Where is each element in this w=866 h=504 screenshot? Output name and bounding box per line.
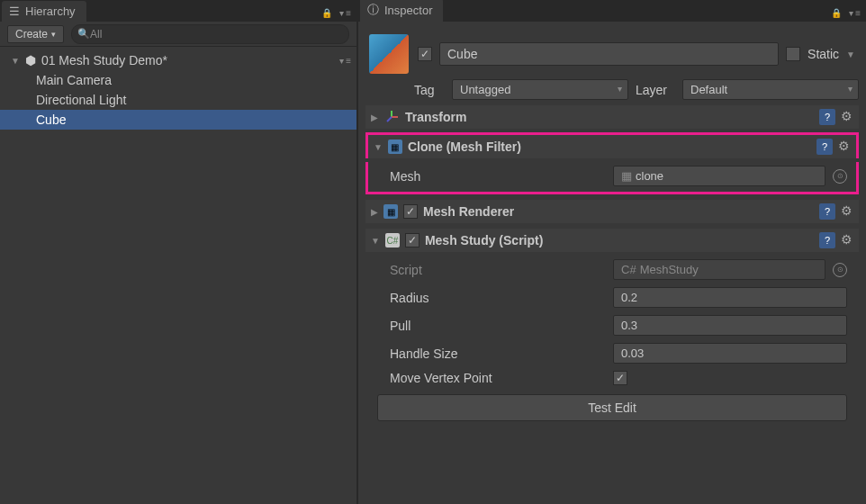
script-file-icon: C# <box>621 263 636 276</box>
gameobject-header: Cube Static ▼ <box>365 29 859 76</box>
dropdown-arrow-icon: ▾ <box>51 30 56 39</box>
mesh-study-properties: Script C# MeshStudy ⊙ Radius 0.2 Pull 0.… <box>365 256 859 431</box>
hierarchy-tab-bar: ☰ Hierarchy ▾≡ <box>0 0 356 22</box>
help-icon[interactable]: ? <box>816 139 833 155</box>
search-input[interactable]: 🔍 All <box>71 24 349 44</box>
expand-arrow-icon[interactable]: ▶ <box>371 112 378 122</box>
tree-item-label: Directional Light <box>36 93 126 107</box>
scene-row[interactable]: ▼ ⬢ 01 Mesh Study Demo* ▾≡ <box>0 50 356 70</box>
handle-size-input[interactable]: 0.03 <box>613 343 847 364</box>
help-icon[interactable]: ? <box>819 109 835 125</box>
tag-dropdown[interactable]: Untagged <box>452 79 628 100</box>
move-vertex-property-row: Move Vertex Point <box>368 367 856 389</box>
script-icon: C# <box>385 233 400 248</box>
inspector-tab[interactable]: ⓘ Inspector <box>360 0 443 22</box>
hierarchy-tab[interactable]: ☰ Hierarchy <box>2 1 86 22</box>
mesh-renderer-enabled-checkbox[interactable] <box>403 204 418 219</box>
static-dropdown-arrow-icon[interactable]: ▼ <box>846 50 855 59</box>
inspector-body: Cube Static ▼ Tag Untagged Layer Default… <box>358 22 866 438</box>
tree-item-label: Cube <box>36 112 66 127</box>
handle-size-property-row: Handle Size 0.03 <box>368 339 856 367</box>
script-object-field: C# MeshStudy <box>613 259 825 280</box>
gameobject-name-input[interactable]: Cube <box>439 42 779 66</box>
test-edit-button[interactable]: Test Edit <box>377 394 847 421</box>
help-icon[interactable]: ? <box>819 232 835 248</box>
panel-menu-icon[interactable]: ▾≡ <box>339 8 351 18</box>
tree-item-cube[interactable]: Cube <box>0 110 356 130</box>
svg-line-2 <box>387 117 392 122</box>
component-name: Clone (Mesh Filter) <box>408 140 811 154</box>
hierarchy-toolbar: Create ▾ 🔍 All <box>0 22 356 47</box>
gear-icon[interactable] <box>839 203 853 218</box>
handle-size-label: Handle Size <box>390 346 606 361</box>
mesh-property-row: Mesh ▦ clone ⊙ <box>368 162 856 190</box>
component-header-transform[interactable]: ▶ Transform ? <box>365 105 859 129</box>
mesh-type-icon: ▦ <box>621 169 632 183</box>
expand-arrow-icon[interactable]: ▼ <box>371 236 380 246</box>
lock-icon[interactable] <box>320 5 334 20</box>
layer-dropdown[interactable]: Default <box>682 79 859 100</box>
gameobject-icon[interactable] <box>369 34 409 74</box>
pull-input[interactable]: 0.3 <box>613 315 847 336</box>
tag-layer-row: Tag Untagged Layer Default <box>365 79 859 100</box>
mesh-filter-properties: Mesh ▦ clone ⊙ <box>365 162 859 194</box>
radius-input[interactable]: 0.2 <box>613 287 847 308</box>
unity-logo-icon: ⬢ <box>25 53 36 68</box>
component-name: Mesh Study (Script) <box>425 233 814 248</box>
hierarchy-tree: ▼ ⬢ 01 Mesh Study Demo* ▾≡ Main Camera D… <box>0 47 356 504</box>
search-icon: 🔍 <box>77 28 90 40</box>
mesh-object-field[interactable]: ▦ clone <box>613 166 825 186</box>
radius-property-row: Radius 0.2 <box>368 284 856 311</box>
object-picker-icon[interactable]: ⊙ <box>833 169 847 184</box>
object-picker-icon[interactable]: ⊙ <box>833 263 847 277</box>
move-vertex-label: Move Vertex Point <box>390 371 606 385</box>
component-header-mesh-filter[interactable]: ▼ ▦ Clone (Mesh Filter) ? <box>365 132 859 158</box>
component-name: Mesh Renderer <box>423 204 814 219</box>
inspector-tab-icon: ⓘ <box>367 2 379 18</box>
pull-property-row: Pull 0.3 <box>368 311 856 339</box>
script-value: MeshStudy <box>640 263 699 276</box>
panel-menu-icon[interactable]: ▾≡ <box>849 8 861 18</box>
inspector-panel: ⓘ Inspector ▾≡ Cube Static ▼ Tag Unt <box>358 0 866 504</box>
component-header-mesh-renderer[interactable]: ▶ ▦ Mesh Renderer ? <box>365 200 859 223</box>
lock-icon[interactable] <box>829 5 843 20</box>
mesh-label: Mesh <box>390 169 606 184</box>
active-checkbox[interactable] <box>418 47 432 61</box>
script-enabled-checkbox[interactable] <box>405 233 419 248</box>
static-checkbox[interactable] <box>786 47 800 61</box>
script-property-row: Script C# MeshStudy ⊙ <box>368 256 856 284</box>
gear-icon[interactable] <box>839 232 853 247</box>
layer-label: Layer <box>636 83 675 97</box>
scene-name: 01 Mesh Study Demo* <box>41 53 167 68</box>
create-label: Create <box>15 28 48 40</box>
tag-label: Tag <box>414 83 445 97</box>
static-label: Static <box>807 47 839 61</box>
search-placeholder: All <box>90 28 102 40</box>
expand-arrow-icon[interactable]: ▶ <box>371 207 378 217</box>
tree-item-main-camera[interactable]: Main Camera <box>0 70 356 90</box>
hierarchy-tab-icon: ☰ <box>9 4 20 18</box>
pull-label: Pull <box>390 319 606 333</box>
tree-item-directional-light[interactable]: Directional Light <box>0 90 356 110</box>
gear-icon[interactable] <box>836 139 851 153</box>
mesh-value: clone <box>636 169 663 183</box>
hierarchy-panel: ☰ Hierarchy ▾≡ Create ▾ 🔍 All ▼ ⬢ 01 Mes… <box>0 0 358 504</box>
gear-icon[interactable] <box>839 109 853 123</box>
component-name: Transform <box>405 110 814 124</box>
radius-label: Radius <box>390 291 606 305</box>
mesh-renderer-icon: ▦ <box>383 204 398 219</box>
component-header-mesh-study[interactable]: ▼ C# Mesh Study (Script) ? <box>365 229 859 252</box>
mesh-filter-icon: ▦ <box>388 140 402 154</box>
inspector-tab-bar: ⓘ Inspector ▾≡ <box>358 0 866 22</box>
help-icon[interactable]: ? <box>819 203 835 220</box>
transform-icon <box>383 109 400 125</box>
create-button[interactable]: Create ▾ <box>7 25 64 43</box>
expand-arrow-icon[interactable]: ▼ <box>11 56 20 66</box>
inspector-tab-label: Inspector <box>384 4 432 17</box>
expand-arrow-icon[interactable]: ▼ <box>374 142 383 152</box>
tree-item-label: Main Camera <box>36 73 112 87</box>
hierarchy-tab-label: Hierarchy <box>25 4 76 18</box>
scene-menu-icon[interactable]: ▾≡ <box>339 56 351 66</box>
script-label: Script <box>390 263 606 277</box>
move-vertex-checkbox[interactable] <box>613 371 627 385</box>
